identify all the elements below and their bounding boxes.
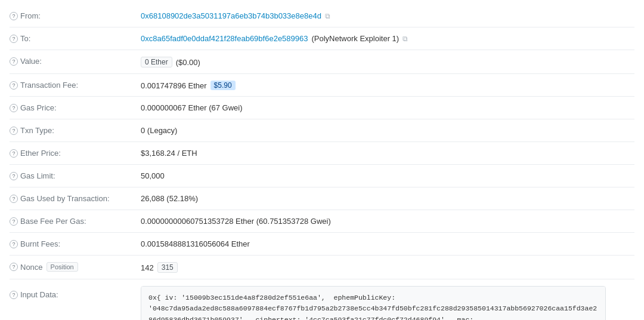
label-nonce: ? Nonce Position (10, 261, 141, 272)
help-icon-burnt-fees[interactable]: ? (10, 240, 18, 248)
row-input-data: ? Input Data: 0x{ iv: '15009b3ec151de4a8… (10, 279, 634, 320)
help-icon-txn-type[interactable]: ? (10, 127, 18, 135)
row-ether-price: ? Ether Price: $3,168.24 / ETH (10, 142, 634, 165)
value-base-fee: 0.00000000060751353728 Ether (60.7513537… (141, 216, 634, 226)
label-gas-price: ? Gas Price: (10, 103, 141, 112)
value-ether-price: $3,168.24 / ETH (141, 148, 634, 158)
help-icon-input-data[interactable]: ? (10, 291, 18, 299)
row-burnt-fees: ? Burnt Fees: 0.0015848881316056064 Ethe… (10, 233, 634, 256)
row-gas-limit: ? Gas Limit: 50,000 (10, 165, 634, 187)
value-value: 0 Ether ($0.00) (141, 56, 634, 67)
nonce-position-tag: 315 (157, 262, 178, 273)
value-gas-price: 0.000000067 Ether (67 Gwei) (141, 103, 634, 112)
position-label-tag: Position (47, 262, 78, 272)
label-burnt-fees: ? Burnt Fees: (10, 239, 141, 248)
value-input-data: 0x{ iv: '15009b3ec151de4a8f280d2ef551e6a… (141, 285, 634, 320)
copy-from-icon[interactable]: ⧉ (325, 12, 330, 20)
copy-to-icon[interactable]: ⧉ (402, 35, 408, 43)
help-icon-gas-limit[interactable]: ? (10, 172, 18, 180)
txn-type-value: 0 (Legacy) (141, 126, 177, 135)
to-address-tag: (PolyNetwork Exploiter 1) (312, 34, 400, 43)
label-base-fee: ? Base Fee Per Gas: (10, 216, 141, 226)
label-from: ? From: (10, 11, 141, 20)
help-icon-from[interactable]: ? (10, 12, 18, 20)
transaction-detail-panel: ? From: 0x68108902de3a5031197a6eb3b74b3b… (0, 0, 644, 320)
burnt-fees-value: 0.0015848881316056064 Ether (141, 239, 250, 248)
label-gas-used: ? Gas Used by Transaction: (10, 193, 141, 203)
value-gas-limit: 50,000 (141, 171, 634, 180)
value-nonce: 142 315 (141, 261, 634, 273)
row-base-fee: ? Base Fee Per Gas: 0.000000000607513537… (10, 210, 634, 233)
value-txn-fee: 0.001747896 Ether $5.90 (141, 80, 634, 90)
help-icon-ether-price[interactable]: ? (10, 149, 18, 158)
value-burnt-fees: 0.0015848881316056064 Ether (141, 239, 634, 248)
value-from: 0x68108902de3a5031197a6eb3b74b3b033e8e8e… (141, 11, 634, 20)
txn-fee-ether: 0.001747896 Ether (141, 81, 207, 90)
label-gas-limit: ? Gas Limit: (10, 171, 141, 180)
from-address-link[interactable]: 0x68108902de3a5031197a6eb3b74b3b033e8e8e… (141, 11, 321, 20)
help-icon-to[interactable]: ? (10, 35, 18, 43)
help-icon-gas-used[interactable]: ? (10, 195, 18, 203)
label-input-data: ? Input Data: (10, 285, 141, 299)
gas-limit-value: 50,000 (141, 171, 165, 180)
help-icon-nonce[interactable]: ? (10, 263, 18, 271)
to-address-link[interactable]: 0xc8a65fadf0e0ddaf421f28feab69bf6e2e5899… (141, 34, 308, 43)
txn-fee-usd: $5.90 (210, 81, 236, 90)
gas-used-value: 26,088 (52.18%) (141, 194, 198, 203)
input-data-textarea[interactable]: 0x{ iv: '15009b3ec151de4a8f280d2ef551e6a… (141, 286, 606, 320)
value-gas-used: 26,088 (52.18%) (141, 193, 634, 203)
row-value: ? Value: 0 Ether ($0.00) (10, 50, 634, 74)
gas-price-value: 0.000000067 Ether (67 Gwei) (141, 103, 243, 112)
row-from: ? From: 0x68108902de3a5031197a6eb3b74b3b… (10, 5, 634, 27)
row-gas-price: ? Gas Price: 0.000000067 Ether (67 Gwei) (10, 97, 634, 119)
label-ether-price: ? Ether Price: (10, 148, 141, 158)
label-txn-type: ? Txn Type: (10, 125, 141, 135)
label-txn-fee: ? Transaction Fee: (10, 80, 141, 90)
value-txn-type: 0 (Legacy) (141, 125, 634, 135)
help-icon-gas-price[interactable]: ? (10, 104, 18, 112)
row-txn-type: ? Txn Type: 0 (Legacy) (10, 119, 634, 142)
row-gas-used: ? Gas Used by Transaction: 26,088 (52.18… (10, 187, 634, 210)
value-to: 0xc8a65fadf0e0ddaf421f28feab69bf6e2e5899… (141, 33, 634, 43)
row-to: ? To: 0xc8a65fadf0e0ddaf421f28feab69bf6e… (10, 27, 634, 50)
help-icon-value[interactable]: ? (10, 57, 18, 66)
label-to: ? To: (10, 33, 141, 43)
usd-value: ($0.00) (176, 58, 200, 67)
help-icon-base-fee[interactable]: ? (10, 217, 18, 226)
row-txn-fee: ? Transaction Fee: 0.001747896 Ether $5.… (10, 74, 634, 97)
help-icon-txn-fee[interactable]: ? (10, 81, 18, 90)
row-nonce: ? Nonce Position 142 315 (10, 256, 634, 279)
nonce-value: 142 (141, 263, 154, 272)
ether-value-tag: 0 Ether (141, 57, 172, 67)
base-fee-value: 0.00000000060751353728 Ether (60.7513537… (141, 217, 331, 226)
ether-price-value: $3,168.24 / ETH (141, 149, 197, 158)
label-value: ? Value: (10, 56, 141, 66)
